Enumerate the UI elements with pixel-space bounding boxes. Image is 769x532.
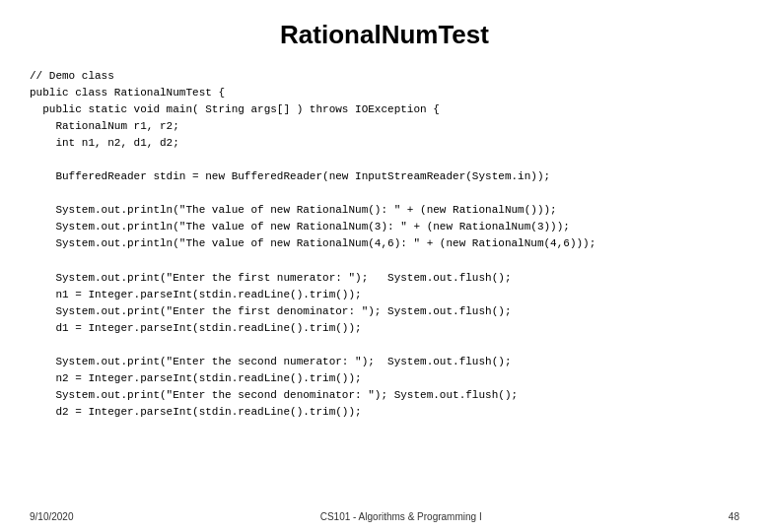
page: RationalNumTest // Demo class public cla…: [0, 0, 769, 532]
page-title: RationalNumTest: [30, 20, 739, 50]
footer-page: 48: [729, 511, 739, 522]
footer-date: 9/10/2020: [30, 511, 74, 522]
footer-course: CS101 - Algorithms & Programming I: [320, 511, 482, 522]
footer: 9/10/2020 CS101 - Algorithms & Programmi…: [30, 511, 739, 522]
code-block: // Demo class public class RationalNumTe…: [30, 68, 739, 421]
